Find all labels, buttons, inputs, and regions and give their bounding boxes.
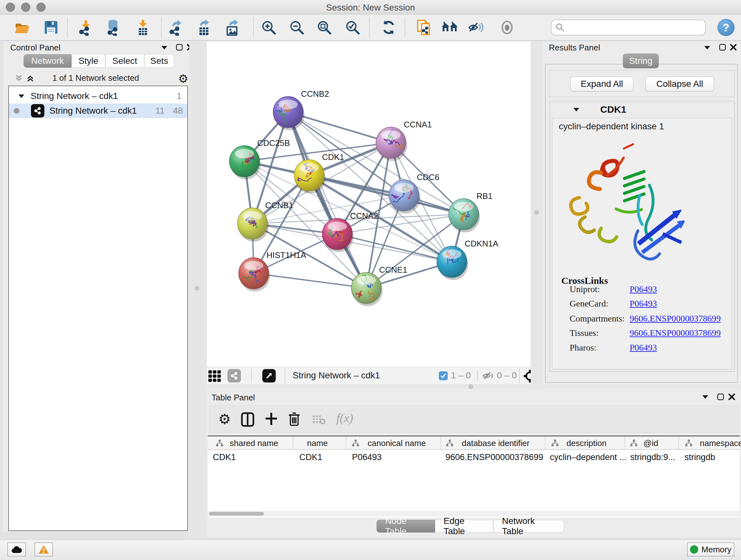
table-cell[interactable]: CDK1 [299, 452, 322, 462]
column-separator[interactable] [441, 436, 441, 449]
network-row[interactable]: String Network – cdk1 11 48 [9, 104, 187, 118]
expand-all-button[interactable]: Expand All [570, 77, 633, 91]
panel-float-icon[interactable] [719, 44, 726, 51]
crosslink-link[interactable]: P06493 [630, 284, 657, 294]
search-input[interactable] [551, 19, 706, 36]
show-columns-icon[interactable] [241, 412, 255, 427]
crosslink-link[interactable]: 9606.ENSP00000378699 [630, 314, 721, 324]
zoom-fit-icon[interactable] [315, 18, 333, 37]
column-header-canonical-name[interactable]: canonical name [367, 438, 426, 448]
tab-node-table[interactable]: Node Table [377, 520, 435, 533]
scrollbar-thumb[interactable] [209, 512, 264, 516]
add-column-icon[interactable] [264, 412, 278, 426]
bottom-splitter[interactable] [207, 384, 741, 389]
panel-close-icon[interactable] [728, 393, 736, 401]
neighborhood-houses-icon[interactable] [441, 18, 459, 37]
collection-expand-icon[interactable] [18, 94, 25, 99]
import-table-icon[interactable] [134, 18, 151, 37]
string-results-tab[interactable]: String [623, 54, 659, 68]
zoom-in-icon[interactable] [260, 18, 278, 37]
column-separator[interactable] [346, 436, 346, 449]
collapse-all-chevron-icon[interactable] [15, 74, 23, 82]
column-separator[interactable] [293, 436, 293, 449]
crosslink-link[interactable]: P06493 [630, 299, 657, 309]
network-canvas[interactable]: CCNB2CCNA1CDC25BCDK1CDC6RB1CCNB1CCNA2CDK… [203, 42, 531, 367]
network-node-RB1[interactable]: RB1 [449, 191, 493, 233]
column-header-database-identifier[interactable]: database identifier [462, 438, 529, 448]
refresh-view-icon[interactable] [380, 18, 398, 37]
column-header-name[interactable]: name [307, 438, 328, 448]
tab-network-table[interactable]: Network Table [493, 520, 564, 533]
network-node-CCNE1[interactable]: CCNE1 [351, 265, 407, 306]
table-cell[interactable]: stringdb [684, 452, 715, 462]
delete-column-trash-icon[interactable] [288, 411, 300, 427]
tab-edge-table[interactable]: Edge Table [435, 520, 493, 533]
column-separator[interactable] [678, 436, 679, 449]
tab-style[interactable]: Style [71, 54, 105, 68]
splitter-handle-icon[interactable] [468, 384, 473, 389]
crosslink-link[interactable]: 9606.ENSP00000378699 [630, 328, 721, 338]
network-edge[interactable] [254, 273, 366, 288]
search-field[interactable] [565, 22, 700, 33]
left-splitter[interactable] [189, 42, 207, 538]
birds-eye-view-icon[interactable] [208, 369, 222, 383]
tab-select[interactable]: Select [105, 54, 144, 68]
splitter-handle-icon[interactable] [195, 286, 199, 291]
panel-menu-icon[interactable] [161, 45, 168, 50]
show-graphics-details-eye-icon[interactable] [498, 18, 516, 37]
import-network-database-icon[interactable] [104, 18, 122, 37]
network-edge[interactable] [288, 112, 366, 288]
table-cell[interactable]: P06493 [352, 452, 382, 462]
tab-network[interactable]: Network [23, 54, 71, 68]
column-header-namespace[interactable]: namespace [700, 438, 741, 448]
open-in-browser-icon[interactable] [262, 369, 276, 382]
gene-section-header[interactable]: CDK1 [550, 101, 734, 118]
column-header-description[interactable]: description [566, 438, 607, 448]
panel-menu-icon[interactable] [704, 45, 711, 50]
import-network-file-icon[interactable] [77, 18, 95, 37]
table-row[interactable]: CDK1CDK1P064939606.ENSP00000378699cyclin… [208, 450, 740, 462]
collapse-all-button[interactable]: Collapse All [646, 77, 714, 91]
crosslink-link[interactable]: P06493 [630, 343, 657, 353]
expand-all-chevron-icon[interactable] [26, 74, 35, 82]
warnings-button[interactable] [35, 543, 53, 557]
network-node-CCNB1[interactable]: CCNB1 [238, 200, 293, 242]
table-options-gear-icon[interactable]: ⚙ [218, 411, 231, 427]
panel-float-icon[interactable] [717, 393, 724, 401]
splitter-handle-icon[interactable] [534, 210, 539, 214]
table-cell[interactable]: stringdb:9... [630, 452, 675, 462]
export-network-icon[interactable] [167, 18, 185, 37]
save-session-icon[interactable] [42, 18, 60, 37]
panel-close-icon[interactable] [730, 44, 737, 51]
network-node-CDKN1A[interactable]: CDKN1A [437, 239, 498, 280]
table-cell[interactable]: 9606.ENSP00000378699 [446, 452, 543, 462]
open-session-icon[interactable] [13, 18, 31, 37]
section-collapse-icon[interactable] [573, 107, 580, 112]
network-options-gear-icon[interactable]: ⚙ [178, 72, 188, 85]
zoom-out-icon[interactable] [288, 18, 306, 37]
selected-nodes-checkbox-icon[interactable] [439, 371, 448, 380]
column-header-@id[interactable]: @id [643, 438, 658, 448]
right-splitter[interactable] [531, 42, 542, 389]
string-panel-toggle-icon[interactable] [227, 369, 241, 382]
network-node-CCNA1[interactable]: CCNA1 [376, 120, 432, 161]
help-icon[interactable]: ? [718, 19, 735, 36]
cloud-status-button[interactable] [7, 543, 26, 557]
column-separator[interactable] [545, 436, 545, 449]
table-cell[interactable]: CDK1 [213, 452, 236, 462]
column-separator[interactable] [624, 436, 625, 449]
hide-selected-eye-icon[interactable] [467, 18, 485, 37]
memory-button[interactable]: Memory [687, 543, 734, 557]
network-node-HIST1H1A[interactable]: HIST1H1A [239, 250, 307, 292]
tab-sets[interactable]: Sets [144, 54, 174, 68]
panel-float-icon[interactable] [176, 44, 183, 51]
column-header-shared-name[interactable]: shared name [230, 438, 278, 448]
export-image-icon[interactable] [223, 18, 241, 37]
network-node-CDK1[interactable]: CDK1 [294, 152, 344, 193]
network-graph[interactable]: CCNB2CCNA1CDC25BCDK1CDC6RB1CCNB1CCNA2CDK… [203, 42, 531, 367]
network-collection-row[interactable]: String Network – cdk1 1 [9, 89, 187, 104]
export-table-icon[interactable] [195, 18, 213, 37]
panel-menu-icon[interactable] [702, 395, 709, 399]
table-cell[interactable]: cyclin–dependent ... [550, 452, 626, 462]
network-node-CDC6[interactable]: CDC6 [389, 172, 440, 213]
